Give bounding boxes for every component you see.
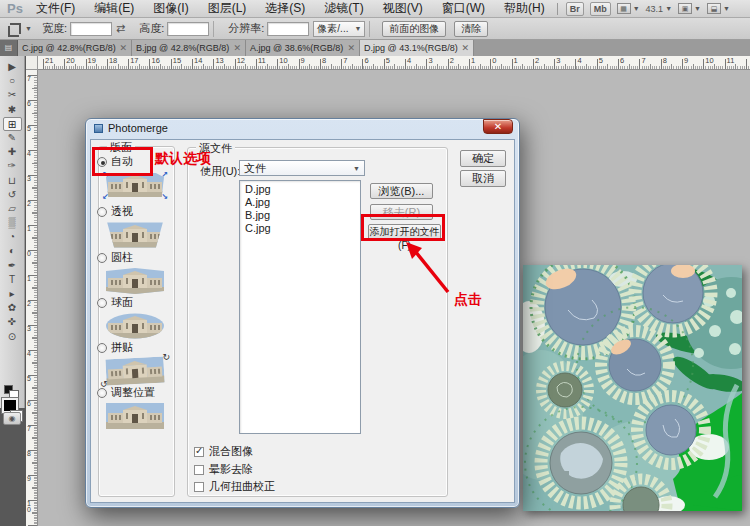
tab-a-jpg[interactable]: A.jpg @ 38.6%(RGB/8)✕ [246, 40, 360, 56]
menu-select[interactable]: 选择(S) [263, 0, 307, 17]
menu-help[interactable]: 帮助(H) [502, 0, 547, 17]
close-button[interactable]: ✕ [483, 119, 513, 134]
layout-thumb-collage: ↻ ↺ [106, 358, 164, 385]
height-input[interactable] [167, 22, 209, 36]
clone-stamp-tool[interactable]: ⊔ [3, 174, 22, 188]
file-list-item[interactable]: B.jpg [245, 209, 355, 222]
ruler-corner [26, 56, 38, 70]
pen-tool[interactable]: ✒ [3, 259, 22, 273]
resolution-unit-value: 像素/... [317, 22, 348, 36]
layout-option-reposition[interactable]: 调整位置 [97, 385, 165, 430]
checkbox-icon[interactable] [194, 447, 204, 457]
menu-view[interactable]: 视图(V) [381, 0, 425, 17]
brush-tool[interactable]: ✑ [3, 159, 22, 173]
menu-image[interactable]: 图像(I) [151, 0, 190, 17]
default-colors-icon[interactable] [4, 385, 13, 394]
quick-selection-tool[interactable]: ✱ [3, 103, 22, 117]
radio-icon[interactable] [97, 343, 107, 353]
layout-thumb-auto: ↖ ↗ ↙ ↘ [106, 172, 164, 199]
zoom-level-control[interactable]: 43.1▼ [646, 4, 672, 14]
menu-filter[interactable]: 滤镜(T) [322, 0, 365, 17]
rotate-arrow-icon: ↻ [162, 352, 170, 362]
zoom-tool[interactable]: ⊙ [3, 330, 22, 344]
eyedropper-tool[interactable]: ✎ [3, 131, 22, 145]
tab-b-jpg[interactable]: B.jpg @ 42.8%(RGB/8)✕ [132, 40, 246, 56]
radio-icon[interactable] [97, 388, 107, 398]
photoshop-window: Ps 文件(F) 编辑(E) 图像(I) 图层(L) 选择(S) 滤镜(T) 视… [0, 0, 750, 526]
move-tool[interactable]: ▶ [3, 60, 22, 74]
radio-icon[interactable] [97, 253, 107, 263]
hand-tool[interactable]: ✜ [3, 315, 22, 329]
option-label: 拼贴 [111, 341, 133, 353]
blue-arrow-icon: ↙ [102, 192, 109, 201]
shape-tool[interactable]: ✿ [3, 301, 22, 315]
use-select[interactable]: 文件 ▼ [239, 160, 365, 176]
close-icon[interactable]: ✕ [461, 43, 469, 53]
edit-mode-icon[interactable]: ◉ [3, 412, 21, 425]
mini-bridge-button[interactable]: Mb [590, 2, 611, 16]
panel-toggle-button[interactable]: ▤ [0, 40, 18, 56]
crop-tool[interactable]: ⊞ [3, 117, 22, 131]
clear-button[interactable]: 清除 [454, 21, 488, 37]
healing-brush-tool[interactable]: ✚ [3, 145, 22, 159]
view-extras-button[interactable]: ▦▼ [617, 3, 640, 14]
layout-thumb-spherical [106, 313, 164, 340]
bridge-button[interactable]: Br [566, 2, 584, 16]
layout-option-collage[interactable]: 拼贴 ↻ ↺ [97, 340, 165, 385]
layout-option-perspective[interactable]: 透视 [97, 204, 165, 249]
checkbox-label: 几何扭曲校正 [209, 479, 275, 494]
menu-edit[interactable]: 编辑(E) [92, 0, 136, 17]
file-list-item[interactable]: D.jpg [245, 183, 355, 196]
separator [213, 21, 214, 37]
red-arrow-icon [398, 238, 458, 298]
layout-option-cylindrical[interactable]: 圆柱 [97, 250, 165, 295]
geometric-distortion-checkbox-row[interactable]: 几何扭曲校正 [194, 479, 275, 494]
blend-images-checkbox-row[interactable]: 混合图像 [194, 444, 253, 459]
tool-preset-chevron-icon[interactable]: ▼ [25, 25, 32, 32]
marquee-tool[interactable]: ○ [3, 74, 22, 88]
cancel-button[interactable]: 取消 [460, 170, 506, 187]
swap-dimensions-icon[interactable]: ⇄ [116, 22, 125, 35]
close-icon[interactable]: ✕ [347, 43, 355, 53]
blur-tool[interactable]: ◔ [3, 230, 22, 244]
lasso-tool[interactable]: ✂ [3, 88, 22, 102]
ok-button[interactable]: 确定 [460, 150, 506, 167]
dialog-icon [94, 124, 103, 133]
tab-label: D.jpg @ 43.1%(RGB/8) [364, 43, 458, 53]
arrange-documents-button[interactable]: ▣▼ [678, 3, 701, 14]
radio-icon[interactable] [97, 207, 107, 217]
source-file-list[interactable]: D.jpg A.jpg B.jpg C.jpg [239, 180, 361, 434]
menu-file[interactable]: 文件(F) [34, 0, 77, 17]
chevron-down-icon: ▼ [723, 5, 730, 12]
file-list-item[interactable]: C.jpg [245, 222, 355, 235]
crop-tool-icon[interactable] [8, 23, 22, 35]
menu-items: 文件(F) 编辑(E) 图像(I) 图层(L) 选择(S) 滤镜(T) 视图(V… [30, 0, 547, 17]
path-select-tool[interactable]: ▸ [3, 287, 22, 301]
close-icon[interactable]: ✕ [119, 43, 127, 53]
close-icon[interactable]: ✕ [233, 43, 241, 53]
type-tool[interactable]: T [3, 273, 22, 287]
browse-button[interactable]: 浏览(B)... [370, 183, 433, 199]
file-list-item[interactable]: A.jpg [245, 196, 355, 209]
screen-mode-button[interactable]: ⬓▼ [707, 3, 730, 14]
eraser-tool[interactable]: ▱ [3, 202, 22, 216]
menu-window[interactable]: 窗口(W) [440, 0, 487, 17]
document-image-sunflowers[interactable] [523, 265, 742, 511]
resolution-unit-select[interactable]: 像素/...▼ [313, 21, 365, 37]
checkbox-icon[interactable] [194, 482, 204, 492]
menu-layer[interactable]: 图层(L) [206, 0, 249, 17]
tab-c-jpg[interactable]: C.jpg @ 42.8%(RGB/8)✕ [18, 40, 132, 56]
dialog-title-bar[interactable]: Photomerge [94, 122, 168, 134]
tab-d-jpg[interactable]: D.jpg @ 43.1%(RGB/8)✕ [360, 40, 474, 56]
checkbox-icon[interactable] [194, 465, 204, 475]
vignette-removal-checkbox-row[interactable]: 晕影去除 [194, 462, 253, 477]
radio-icon[interactable] [97, 298, 107, 308]
dodge-tool[interactable]: ◐ [3, 244, 22, 258]
layout-option-spherical[interactable]: 球面 [97, 295, 165, 340]
sunflower-artwork [523, 265, 742, 511]
resolution-input[interactable] [267, 22, 309, 36]
width-input[interactable] [70, 22, 112, 36]
gradient-tool[interactable]: ▒ [3, 216, 22, 230]
history-brush-tool[interactable]: ↺ [3, 188, 22, 202]
front-image-button[interactable]: 前面的图像 [382, 21, 446, 37]
